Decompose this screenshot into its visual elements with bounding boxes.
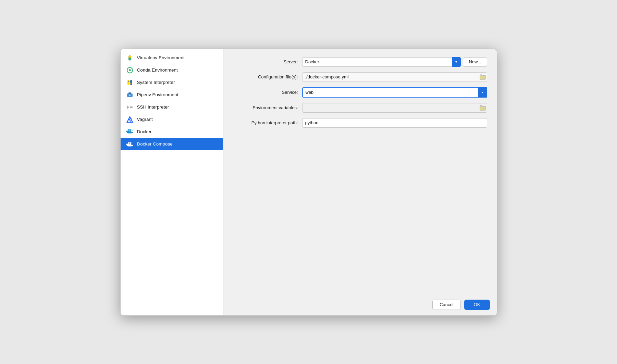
sidebar-item-docker-compose-label: Docker Compose [137, 141, 173, 147]
sidebar-item-ssh-label: SSH Interpreter [137, 104, 169, 110]
docker-icon [126, 128, 134, 136]
system-python-icon [126, 79, 134, 86]
main-panel: Server: Docker New... Configuration fil [223, 49, 497, 315]
server-select-wrapper: Docker [302, 57, 461, 67]
new-button[interactable]: New... [463, 57, 487, 67]
sidebar-item-conda[interactable]: Conda Environment [121, 64, 223, 76]
sidebar-item-conda-label: Conda Environment [137, 67, 178, 73]
sidebar-item-virtualenv[interactable]: Virtualenv Environment [121, 52, 223, 64]
virtualenv-icon [126, 54, 134, 62]
form-area: Server: Docker New... Configuration fil [223, 49, 497, 294]
svg-rect-19 [130, 129, 131, 130]
python-path-row: Python interpreter path: [233, 118, 487, 128]
svg-rect-23 [128, 142, 129, 143]
config-label: Configuration file(s): [233, 74, 298, 79]
cancel-button[interactable]: Cancel [432, 300, 460, 310]
svg-rect-24 [130, 142, 131, 143]
svg-point-10 [129, 95, 131, 96]
svg-rect-9 [128, 92, 131, 94]
svg-text:V: V [129, 117, 132, 123]
svg-rect-12 [130, 106, 133, 108]
sidebar: Virtualenv Environment Conda Environment [121, 49, 223, 315]
sidebar-item-docker[interactable]: Docker [121, 126, 223, 138]
server-control: Docker New... [302, 57, 487, 67]
service-label: Service: [233, 90, 298, 95]
footer: Cancel OK [223, 294, 497, 315]
env-label: Environment variables: [233, 105, 298, 110]
service-row: Service: web [233, 87, 487, 98]
python-path-control [302, 118, 487, 128]
server-row: Server: Docker New... [233, 57, 487, 67]
svg-rect-18 [128, 129, 129, 130]
server-select[interactable]: Docker [302, 57, 461, 67]
config-row: Configuration file(s): [233, 72, 487, 82]
sidebar-item-docker-label: Docker [137, 129, 152, 134]
env-browse-button[interactable] [480, 105, 486, 111]
sidebar-item-pipenv[interactable]: Pipenv Environment [121, 89, 223, 101]
config-control [302, 72, 487, 82]
svg-rect-4 [127, 80, 129, 85]
dialog: Virtualenv Environment Conda Environment [120, 49, 497, 316]
config-browse-button[interactable] [480, 74, 486, 80]
ssh-icon [126, 103, 134, 111]
env-input-wrapper [302, 103, 487, 113]
svg-rect-22 [130, 144, 131, 145]
sidebar-item-ssh[interactable]: SSH Interpreter [121, 101, 223, 113]
config-input-wrapper [302, 72, 487, 82]
service-control: web [302, 87, 487, 98]
env-row: Environment variables: [233, 103, 487, 113]
service-select-wrapper: web [302, 87, 487, 98]
config-file-input[interactable] [302, 72, 487, 82]
svg-rect-16 [128, 131, 129, 132]
sidebar-item-vagrant[interactable]: V Vagrant [121, 113, 223, 126]
sidebar-item-system-label: System Interpreter [137, 80, 175, 85]
env-input[interactable] [302, 103, 487, 113]
svg-marker-11 [127, 105, 129, 109]
conda-icon [126, 66, 134, 74]
svg-point-6 [128, 81, 129, 82]
svg-point-3 [129, 69, 131, 71]
sidebar-item-vagrant-label: Vagrant [137, 117, 153, 122]
vagrant-icon: V [126, 116, 134, 123]
svg-point-7 [130, 83, 131, 84]
svg-rect-15 [126, 131, 128, 132]
pipenv-icon [126, 91, 134, 99]
env-control [302, 103, 487, 113]
server-label: Server: [233, 59, 298, 64]
svg-rect-20 [126, 144, 128, 145]
svg-rect-5 [130, 80, 132, 85]
python-path-input[interactable] [302, 118, 487, 128]
svg-rect-21 [128, 144, 129, 145]
sidebar-item-system[interactable]: System Interpreter [121, 76, 223, 89]
docker-compose-icon [126, 140, 134, 148]
sidebar-item-docker-compose[interactable]: Docker Compose [121, 138, 223, 150]
svg-rect-17 [130, 131, 131, 132]
service-select[interactable]: web [302, 87, 487, 98]
sidebar-item-virtualenv-label: Virtualenv Environment [137, 55, 185, 60]
python-path-label: Python interpreter path: [233, 120, 298, 125]
ok-button[interactable]: OK [464, 300, 490, 310]
sidebar-item-pipenv-label: Pipenv Environment [137, 92, 178, 97]
